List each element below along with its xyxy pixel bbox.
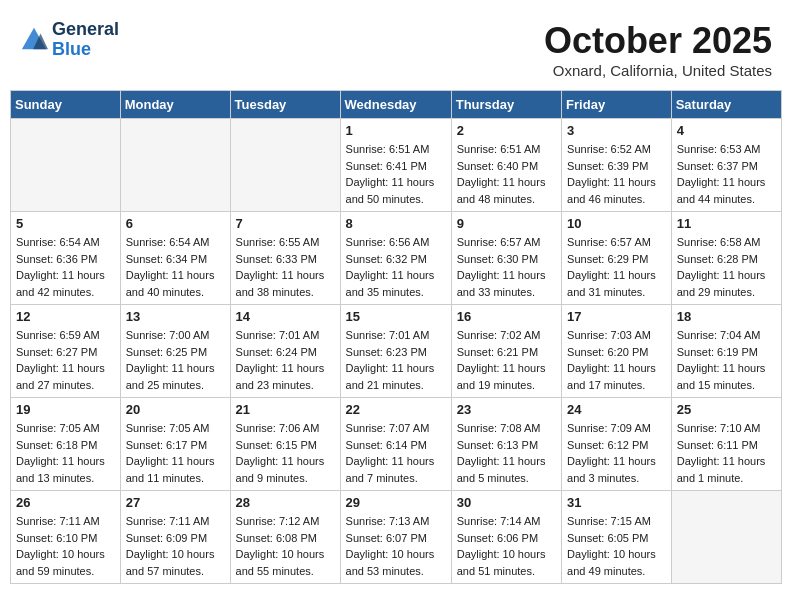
calendar-week-row: 12Sunrise: 6:59 AMSunset: 6:27 PMDayligh…	[11, 305, 782, 398]
day-number: 30	[457, 495, 556, 510]
calendar-cell: 3Sunrise: 6:52 AMSunset: 6:39 PMDaylight…	[562, 119, 672, 212]
calendar-week-row: 5Sunrise: 6:54 AMSunset: 6:36 PMDaylight…	[11, 212, 782, 305]
calendar-week-row: 26Sunrise: 7:11 AMSunset: 6:10 PMDayligh…	[11, 491, 782, 584]
day-info: Sunrise: 6:58 AMSunset: 6:28 PMDaylight:…	[677, 234, 776, 300]
day-number: 26	[16, 495, 115, 510]
day-number: 29	[346, 495, 446, 510]
calendar-cell: 9Sunrise: 6:57 AMSunset: 6:30 PMDaylight…	[451, 212, 561, 305]
day-info: Sunrise: 7:05 AMSunset: 6:17 PMDaylight:…	[126, 420, 225, 486]
day-info: Sunrise: 7:13 AMSunset: 6:07 PMDaylight:…	[346, 513, 446, 579]
weekday-header: Tuesday	[230, 91, 340, 119]
logo-blue: Blue	[52, 39, 91, 59]
day-number: 20	[126, 402, 225, 417]
day-info: Sunrise: 7:10 AMSunset: 6:11 PMDaylight:…	[677, 420, 776, 486]
weekday-header: Monday	[120, 91, 230, 119]
calendar-cell: 30Sunrise: 7:14 AMSunset: 6:06 PMDayligh…	[451, 491, 561, 584]
location: Oxnard, California, United States	[544, 62, 772, 79]
day-info: Sunrise: 7:04 AMSunset: 6:19 PMDaylight:…	[677, 327, 776, 393]
calendar-week-row: 1Sunrise: 6:51 AMSunset: 6:41 PMDaylight…	[11, 119, 782, 212]
calendar-cell: 13Sunrise: 7:00 AMSunset: 6:25 PMDayligh…	[120, 305, 230, 398]
day-info: Sunrise: 7:00 AMSunset: 6:25 PMDaylight:…	[126, 327, 225, 393]
day-number: 12	[16, 309, 115, 324]
weekday-header: Sunday	[11, 91, 121, 119]
logo: General Blue	[20, 20, 119, 60]
day-number: 3	[567, 123, 666, 138]
calendar-cell: 4Sunrise: 6:53 AMSunset: 6:37 PMDaylight…	[671, 119, 781, 212]
day-info: Sunrise: 6:51 AMSunset: 6:41 PMDaylight:…	[346, 141, 446, 207]
day-number: 25	[677, 402, 776, 417]
calendar-cell: 16Sunrise: 7:02 AMSunset: 6:21 PMDayligh…	[451, 305, 561, 398]
day-info: Sunrise: 6:55 AMSunset: 6:33 PMDaylight:…	[236, 234, 335, 300]
day-info: Sunrise: 7:11 AMSunset: 6:10 PMDaylight:…	[16, 513, 115, 579]
calendar-cell: 8Sunrise: 6:56 AMSunset: 6:32 PMDaylight…	[340, 212, 451, 305]
calendar-cell: 25Sunrise: 7:10 AMSunset: 6:11 PMDayligh…	[671, 398, 781, 491]
day-number: 10	[567, 216, 666, 231]
calendar-cell	[11, 119, 121, 212]
day-info: Sunrise: 6:54 AMSunset: 6:34 PMDaylight:…	[126, 234, 225, 300]
day-number: 21	[236, 402, 335, 417]
calendar-week-row: 19Sunrise: 7:05 AMSunset: 6:18 PMDayligh…	[11, 398, 782, 491]
calendar-cell	[120, 119, 230, 212]
day-info: Sunrise: 7:01 AMSunset: 6:24 PMDaylight:…	[236, 327, 335, 393]
day-info: Sunrise: 7:14 AMSunset: 6:06 PMDaylight:…	[457, 513, 556, 579]
day-info: Sunrise: 7:01 AMSunset: 6:23 PMDaylight:…	[346, 327, 446, 393]
day-info: Sunrise: 7:06 AMSunset: 6:15 PMDaylight:…	[236, 420, 335, 486]
weekday-header: Wednesday	[340, 91, 451, 119]
day-number: 5	[16, 216, 115, 231]
day-info: Sunrise: 7:11 AMSunset: 6:09 PMDaylight:…	[126, 513, 225, 579]
calendar-cell: 15Sunrise: 7:01 AMSunset: 6:23 PMDayligh…	[340, 305, 451, 398]
day-info: Sunrise: 7:05 AMSunset: 6:18 PMDaylight:…	[16, 420, 115, 486]
logo-text: General Blue	[52, 20, 119, 60]
day-number: 13	[126, 309, 225, 324]
day-info: Sunrise: 6:59 AMSunset: 6:27 PMDaylight:…	[16, 327, 115, 393]
day-info: Sunrise: 7:07 AMSunset: 6:14 PMDaylight:…	[346, 420, 446, 486]
calendar-cell	[230, 119, 340, 212]
calendar-cell: 23Sunrise: 7:08 AMSunset: 6:13 PMDayligh…	[451, 398, 561, 491]
calendar-cell: 28Sunrise: 7:12 AMSunset: 6:08 PMDayligh…	[230, 491, 340, 584]
page-header: General Blue October 2025 Oxnard, Califo…	[10, 10, 782, 84]
calendar-cell: 5Sunrise: 6:54 AMSunset: 6:36 PMDaylight…	[11, 212, 121, 305]
day-number: 14	[236, 309, 335, 324]
calendar-cell: 22Sunrise: 7:07 AMSunset: 6:14 PMDayligh…	[340, 398, 451, 491]
day-info: Sunrise: 7:08 AMSunset: 6:13 PMDaylight:…	[457, 420, 556, 486]
calendar-cell: 1Sunrise: 6:51 AMSunset: 6:41 PMDaylight…	[340, 119, 451, 212]
calendar-cell: 7Sunrise: 6:55 AMSunset: 6:33 PMDaylight…	[230, 212, 340, 305]
calendar-cell: 11Sunrise: 6:58 AMSunset: 6:28 PMDayligh…	[671, 212, 781, 305]
day-info: Sunrise: 6:57 AMSunset: 6:30 PMDaylight:…	[457, 234, 556, 300]
calendar-cell	[671, 491, 781, 584]
calendar-cell: 18Sunrise: 7:04 AMSunset: 6:19 PMDayligh…	[671, 305, 781, 398]
day-number: 11	[677, 216, 776, 231]
day-number: 16	[457, 309, 556, 324]
calendar-table: SundayMondayTuesdayWednesdayThursdayFrid…	[10, 90, 782, 584]
day-info: Sunrise: 7:02 AMSunset: 6:21 PMDaylight:…	[457, 327, 556, 393]
day-info: Sunrise: 6:57 AMSunset: 6:29 PMDaylight:…	[567, 234, 666, 300]
day-info: Sunrise: 7:03 AMSunset: 6:20 PMDaylight:…	[567, 327, 666, 393]
day-number: 23	[457, 402, 556, 417]
calendar-cell: 29Sunrise: 7:13 AMSunset: 6:07 PMDayligh…	[340, 491, 451, 584]
calendar-cell: 20Sunrise: 7:05 AMSunset: 6:17 PMDayligh…	[120, 398, 230, 491]
day-number: 17	[567, 309, 666, 324]
calendar-cell: 19Sunrise: 7:05 AMSunset: 6:18 PMDayligh…	[11, 398, 121, 491]
calendar-cell: 27Sunrise: 7:11 AMSunset: 6:09 PMDayligh…	[120, 491, 230, 584]
day-info: Sunrise: 6:56 AMSunset: 6:32 PMDaylight:…	[346, 234, 446, 300]
calendar-cell: 6Sunrise: 6:54 AMSunset: 6:34 PMDaylight…	[120, 212, 230, 305]
calendar-cell: 12Sunrise: 6:59 AMSunset: 6:27 PMDayligh…	[11, 305, 121, 398]
logo-icon	[20, 26, 48, 54]
calendar-cell: 31Sunrise: 7:15 AMSunset: 6:05 PMDayligh…	[562, 491, 672, 584]
day-number: 6	[126, 216, 225, 231]
header-row: SundayMondayTuesdayWednesdayThursdayFrid…	[11, 91, 782, 119]
day-number: 31	[567, 495, 666, 510]
day-number: 9	[457, 216, 556, 231]
calendar-cell: 14Sunrise: 7:01 AMSunset: 6:24 PMDayligh…	[230, 305, 340, 398]
title-block: October 2025 Oxnard, California, United …	[544, 20, 772, 79]
calendar-cell: 10Sunrise: 6:57 AMSunset: 6:29 PMDayligh…	[562, 212, 672, 305]
calendar-cell: 2Sunrise: 6:51 AMSunset: 6:40 PMDaylight…	[451, 119, 561, 212]
day-number: 22	[346, 402, 446, 417]
day-number: 8	[346, 216, 446, 231]
day-info: Sunrise: 7:12 AMSunset: 6:08 PMDaylight:…	[236, 513, 335, 579]
day-number: 1	[346, 123, 446, 138]
logo-general: General	[52, 19, 119, 39]
weekday-header: Friday	[562, 91, 672, 119]
day-number: 7	[236, 216, 335, 231]
weekday-header: Saturday	[671, 91, 781, 119]
